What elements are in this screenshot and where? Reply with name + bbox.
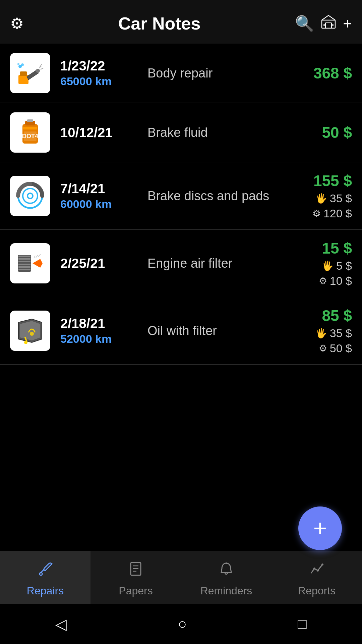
nav-reports[interactable]: Reports [272, 551, 362, 604]
car-icon[interactable] [321, 14, 336, 33]
svg-line-8 [41, 68, 43, 69]
svg-rect-27 [18, 264, 31, 265]
item-parts-price: ⚙ 120 $ [285, 207, 352, 220]
fab-plus-icon: + [313, 517, 327, 540]
item-content: 7/14/21 60000 km Brake discs and pads 15… [60, 172, 352, 220]
svg-rect-16 [23, 127, 37, 129]
nav-reports-label: Reports [298, 585, 336, 597]
svg-point-6 [36, 69, 40, 73]
item-date-block: 2/25/21 [60, 256, 134, 271]
svg-point-37 [24, 341, 27, 344]
search-icon[interactable]: 🔍 [295, 14, 314, 33]
item-repair-name: Brake fluid [147, 125, 285, 140]
repair-item-4[interactable]: 2/25/21 Engine air filter 15 $ 🖐 5 $ ⚙ 1… [0, 230, 362, 297]
item-date: 1/23/22 [60, 58, 134, 73]
svg-rect-2 [323, 24, 326, 26]
svg-point-44 [313, 568, 315, 570]
app-header: ⚙ Car Notes 🔍 + [0, 0, 362, 44]
repair-item-2[interactable]: DOT4 10/12/21 Brake fluid 50 $ [0, 103, 362, 162]
item-content: 10/12/21 Brake fluid 50 $ [60, 123, 352, 142]
item-date: 10/12/21 [60, 125, 134, 140]
item-date-block: 2/18/21 52000 km [60, 316, 134, 345]
svg-rect-18 [24, 131, 37, 141]
reminders-icon [218, 560, 235, 581]
item-category-icon [10, 311, 50, 351]
svg-point-45 [317, 570, 319, 572]
item-total-price: 85 $ [322, 307, 352, 324]
item-parts-price: ⚙ 10 $ [285, 274, 352, 287]
item-content: 1/23/22 65000 km Body repair 368 $ [60, 58, 352, 88]
item-km: 65000 km [60, 75, 134, 88]
home-button[interactable]: ○ [178, 615, 187, 632]
papers-icon [127, 560, 144, 581]
item-repair-name: Body repair [147, 66, 285, 80]
add-repair-fab[interactable]: + [298, 506, 342, 550]
svg-point-12 [21, 63, 24, 66]
reports-icon [308, 560, 325, 581]
item-labor-price: 🖐 5 $ [285, 259, 352, 272]
svg-rect-29 [18, 269, 31, 270]
repair-item-1[interactable]: 1/23/22 65000 km Body repair 368 $ [0, 44, 362, 103]
item-parts-price: ⚙ 50 $ [285, 342, 352, 355]
recent-button[interactable]: □ [298, 615, 307, 632]
nav-reminders[interactable]: Reminders [181, 551, 272, 604]
item-repair-name: Brake discs and pads [147, 189, 285, 203]
svg-marker-30 [33, 259, 43, 268]
item-category-icon [10, 53, 50, 93]
item-labor-price: 🖐 35 $ [285, 192, 352, 205]
item-price-block: 368 $ [285, 64, 352, 82]
item-price-block: 155 $ 🖐 35 $ ⚙ 120 $ [285, 172, 352, 220]
item-date: 2/25/21 [60, 256, 134, 271]
item-date-block: 1/23/22 65000 km [60, 58, 134, 88]
item-content: 2/25/21 Engine air filter 15 $ 🖐 5 $ ⚙ 1… [60, 239, 352, 287]
svg-point-36 [30, 332, 34, 336]
item-date-block: 10/12/21 [60, 125, 134, 140]
svg-rect-26 [18, 261, 31, 262]
repair-item-5[interactable]: 2/18/21 52000 km Oil with filter 85 $ 🖐 … [0, 297, 362, 365]
nav-reminders-label: Reminders [200, 585, 252, 597]
item-category-icon: DOT4 [10, 112, 50, 153]
svg-point-11 [17, 63, 19, 65]
item-total-price: 50 $ [322, 124, 352, 141]
item-repair-name: Oil with filter [147, 324, 285, 338]
svg-line-32 [36, 255, 38, 258]
svg-rect-3 [331, 24, 334, 26]
nav-papers-label: Papers [119, 585, 153, 597]
item-date: 2/18/21 [60, 316, 134, 331]
nav-repairs-label: Repairs [27, 585, 64, 597]
svg-point-38 [40, 573, 42, 575]
item-labor-price: 🖐 35 $ [285, 327, 352, 340]
item-total-price: 368 $ [313, 64, 352, 82]
svg-rect-1 [325, 23, 331, 28]
svg-rect-28 [18, 266, 31, 268]
item-price-block: 50 $ [285, 123, 352, 142]
nav-repairs[interactable]: Repairs [0, 551, 90, 604]
nav-papers[interactable]: Papers [90, 551, 181, 604]
svg-marker-35 [20, 321, 40, 340]
item-content: 2/18/21 52000 km Oil with filter 85 $ 🖐 … [60, 307, 352, 355]
item-price-block: 85 $ 🖐 35 $ ⚙ 50 $ [285, 307, 352, 355]
svg-rect-15 [27, 119, 33, 122]
add-button[interactable]: + [343, 14, 352, 33]
settings-icon[interactable]: ⚙ [10, 14, 24, 33]
svg-line-33 [38, 254, 41, 257]
svg-rect-25 [18, 258, 31, 260]
item-km: 52000 km [60, 332, 134, 345]
repairs-icon [37, 560, 54, 581]
svg-point-22 [28, 194, 32, 198]
item-date-block: 7/14/21 60000 km [60, 181, 134, 211]
item-total-price: 15 $ [322, 239, 352, 257]
bottom-navigation: Repairs Papers Reminders [0, 551, 362, 604]
item-date: 7/14/21 [60, 181, 134, 196]
item-km: 60000 km [60, 198, 134, 211]
item-repair-name: Engine air filter [147, 256, 285, 271]
repair-item-3[interactable]: 7/14/21 60000 km Brake discs and pads 15… [0, 162, 362, 230]
svg-rect-24 [18, 256, 31, 257]
repairs-list: 1/23/22 65000 km Body repair 368 $ DOT4 … [0, 44, 362, 365]
back-button[interactable]: ◁ [55, 615, 67, 633]
item-total-price: 155 $ [313, 172, 352, 190]
item-price-block: 15 $ 🖐 5 $ ⚙ 10 $ [285, 239, 352, 287]
item-category-icon [10, 176, 50, 216]
item-category-icon [10, 243, 50, 283]
svg-line-31 [34, 256, 35, 258]
